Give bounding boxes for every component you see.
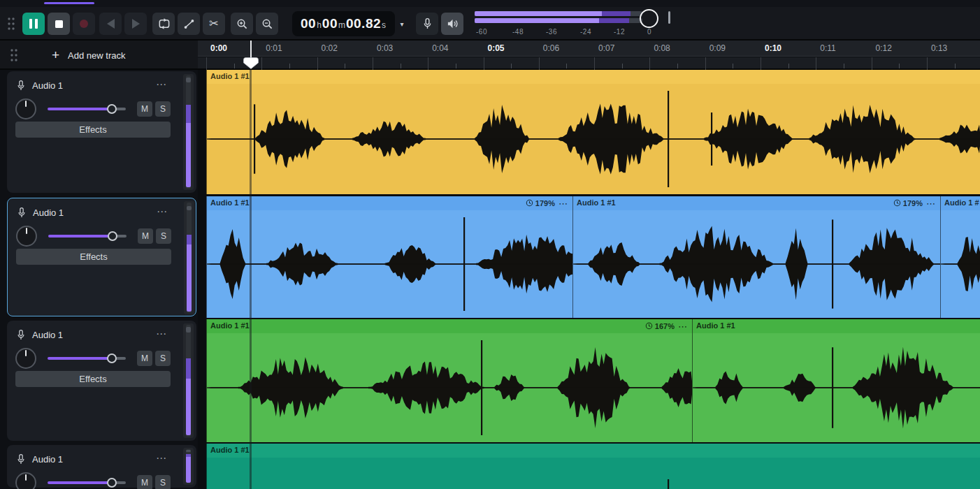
time-display[interactable]: 00h00m00.82s	[292, 11, 395, 36]
time-format-caret[interactable]: ▾	[396, 13, 408, 35]
zoom-out-button[interactable]	[256, 13, 278, 35]
zoom-out-icon	[261, 18, 273, 30]
window-top-strip	[0, 0, 980, 7]
track-level-meter	[183, 74, 194, 190]
ruler-second-tick	[373, 57, 373, 70]
loop-button[interactable]	[152, 13, 175, 35]
pan-knob[interactable]	[15, 98, 36, 119]
track-name: Audio 1	[33, 207, 64, 218]
zoom-in-button[interactable]	[231, 13, 253, 35]
cut-button[interactable]: ✂	[203, 13, 225, 35]
ruler-half-second-tick	[456, 64, 456, 68]
meter-bar-right	[475, 18, 642, 23]
mute-button[interactable]: M	[137, 101, 152, 117]
volume-slider-fill	[48, 235, 113, 238]
skip-back-button[interactable]	[99, 13, 122, 35]
clip-menu-button[interactable]: ⋯	[557, 198, 570, 209]
effects-button[interactable]: Effects	[15, 122, 171, 138]
audio-clip[interactable]: Audio 1 #1	[692, 319, 980, 442]
time-minutes: 00	[322, 16, 338, 31]
track-meter-bar	[187, 203, 192, 313]
volume-slider-handle[interactable]	[107, 104, 117, 114]
volume-slider-handle[interactable]	[107, 478, 117, 488]
skip-forward-button[interactable]	[124, 13, 147, 35]
track-menu-button[interactable]: ⋯	[151, 450, 172, 467]
audio-clip[interactable]: Audio 1 #1	[206, 444, 980, 489]
output-monitor-button[interactable]	[441, 13, 463, 35]
ruler-second-tick	[539, 57, 540, 70]
ruler-second-tick	[649, 57, 650, 70]
stop-button[interactable]	[48, 13, 70, 35]
meter-tick-label: -24	[580, 28, 591, 36]
add-new-track-button[interactable]: + Add new track	[42, 45, 135, 66]
audio-clip[interactable]: Audio 1 #	[940, 196, 980, 318]
input-monitor-button[interactable]	[416, 13, 438, 35]
track-level-meter	[183, 448, 194, 485]
clip-header: Audio 1 #1	[207, 444, 980, 458]
pan-knob[interactable]	[15, 348, 36, 369]
solo-button[interactable]: S	[156, 228, 171, 244]
clock-icon	[526, 197, 533, 210]
solo-button[interactable]: S	[155, 351, 171, 366]
clip-header: Audio 1 #1167%⋯	[207, 319, 692, 333]
volume-slider[interactable]	[48, 235, 127, 238]
toolbar-resize-handle[interactable]	[668, 11, 670, 24]
ruler-half-second-tick	[899, 64, 900, 68]
audio-clip[interactable]: Audio 1 #1179%⋯	[572, 196, 940, 318]
microphone-icon	[17, 329, 25, 344]
volume-slider[interactable]	[48, 481, 126, 484]
clip-header: Audio 1 #1179%⋯	[207, 196, 572, 210]
add-new-track-label: Add new track	[68, 50, 125, 61]
volume-slider-handle[interactable]	[108, 231, 117, 241]
waveform	[941, 210, 980, 318]
track-header-card[interactable]: Audio 1⋯MSEffects	[7, 321, 196, 441]
track-header-card[interactable]: Audio 1⋯MSEffects	[7, 71, 196, 193]
playhead-marker[interactable]	[243, 57, 259, 72]
mute-button[interactable]: M	[137, 475, 152, 489]
automation-button[interactable]	[178, 13, 200, 35]
mute-button[interactable]: M	[137, 351, 152, 366]
track-header-card[interactable]: Audio 1⋯MSEffects	[7, 198, 196, 316]
track-menu-button[interactable]: ⋯	[152, 203, 173, 220]
volume-slider[interactable]	[48, 108, 126, 110]
audio-clip[interactable]: Audio 1 #1167%⋯	[206, 319, 692, 442]
mute-button[interactable]: M	[138, 228, 153, 244]
track-menu-button[interactable]: ⋯	[151, 76, 172, 93]
chevron-down-icon: ▾	[401, 20, 404, 28]
record-button[interactable]	[73, 13, 95, 35]
waveform	[573, 210, 940, 318]
waveform	[207, 333, 692, 442]
pan-knob[interactable]	[16, 226, 37, 247]
ruler-half-second-tick	[289, 64, 290, 68]
clip-menu-button[interactable]: ⋯	[925, 198, 937, 209]
meter-peak-cap	[187, 206, 192, 210]
volume-slider-handle[interactable]	[107, 353, 117, 363]
master-volume-knob[interactable]	[640, 9, 658, 28]
timeline-ruler[interactable]: 0:000:010:020:030:040:050:060:070:080:09…	[198, 41, 980, 70]
clip-stretch-badge: 179%⋯	[526, 198, 570, 209]
effects-button[interactable]: Effects	[16, 249, 171, 265]
panel-drag-handle-icon[interactable]	[6, 44, 22, 66]
track-menu-button[interactable]: ⋯	[151, 326, 172, 342]
record-icon	[80, 20, 88, 28]
toolbar-drag-handle-icon[interactable]	[3, 13, 20, 35]
solo-button[interactable]: S	[155, 475, 171, 489]
volume-slider[interactable]	[48, 357, 126, 360]
ruler-time-label: 0:02	[322, 43, 338, 53]
meter-bright-fill	[187, 245, 192, 312]
ruler-second-tick	[484, 57, 484, 70]
meter-peak-cap	[186, 78, 191, 82]
clip-menu-button[interactable]: ⋯	[677, 321, 689, 332]
audio-clip[interactable]: Audio 1 #1	[206, 70, 980, 194]
pan-knob[interactable]	[15, 472, 36, 489]
ruler-second-tick	[261, 57, 262, 70]
meter-tick-label: -12	[614, 28, 625, 36]
meter-bright-fill	[186, 457, 191, 483]
ruler-time-label: 0:08	[654, 43, 670, 53]
effects-button[interactable]: Effects	[15, 371, 171, 387]
pause-button[interactable]	[22, 13, 45, 35]
meter-bar-left	[475, 11, 642, 16]
audio-clip[interactable]: Audio 1 #1179%⋯	[206, 196, 572, 318]
track-header-card[interactable]: Audio 1⋯MSEffects	[7, 445, 196, 488]
solo-button[interactable]: S	[155, 101, 171, 117]
